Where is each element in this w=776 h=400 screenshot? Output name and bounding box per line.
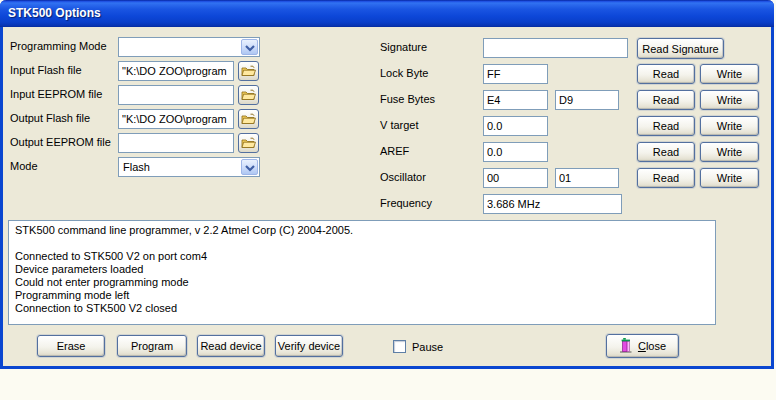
frequency-field[interactable] — [483, 194, 622, 214]
program-button[interactable]: Program — [117, 335, 187, 357]
status-log[interactable]: STK500 command line programmer, v 2.2 At… — [8, 220, 716, 325]
v-target-label: V target — [380, 119, 419, 131]
erase-button[interactable]: Erase — [37, 335, 105, 357]
lock-byte-label: Lock Byte — [380, 67, 428, 79]
v-target-read-button[interactable]: Read — [637, 116, 695, 136]
output-eeprom-browse-button[interactable] — [238, 133, 259, 153]
fuse-bytes-label: Fuse Bytes — [380, 93, 435, 105]
fuse-bytes-write-button[interactable]: Write — [700, 90, 759, 110]
dialog-client-area: Programming Mode Input Flash file Input … — [3, 27, 771, 366]
output-eeprom-file-field[interactable] — [118, 133, 234, 153]
input-eeprom-file-field[interactable] — [118, 85, 234, 105]
window-title: STK500 Options — [8, 6, 101, 20]
close-button-label: Close — [638, 340, 666, 352]
pause-label: Pause — [412, 341, 443, 353]
oscillator-field-1[interactable] — [483, 168, 548, 188]
fuse-byte-high-field[interactable] — [555, 90, 619, 110]
fuse-bytes-read-button[interactable]: Read — [637, 90, 695, 110]
open-folder-icon — [241, 137, 256, 149]
aref-label: AREF — [380, 145, 409, 157]
open-folder-icon — [241, 113, 256, 125]
mode-label: Mode — [10, 160, 38, 172]
read-device-button[interactable]: Read device — [197, 335, 265, 357]
input-flash-browse-button[interactable] — [238, 61, 259, 81]
lock-byte-field[interactable] — [483, 64, 548, 84]
mode-value: Flash — [123, 161, 150, 173]
aref-read-button[interactable]: Read — [637, 142, 695, 162]
open-folder-icon — [241, 65, 256, 77]
open-folder-icon — [241, 89, 256, 101]
lock-byte-read-button[interactable]: Read — [637, 64, 695, 84]
v-target-field[interactable] — [483, 116, 548, 136]
output-flash-file-field[interactable] — [118, 109, 234, 129]
verify-device-button[interactable]: Verify device — [275, 335, 343, 357]
lock-byte-write-button[interactable]: Write — [700, 64, 759, 84]
input-eeprom-file-label: Input EEPROM file — [10, 88, 102, 100]
programming-mode-label: Programming Mode — [10, 40, 107, 52]
programming-mode-dropdown[interactable] — [118, 37, 260, 57]
close-button[interactable]: Close — [606, 334, 679, 358]
fuse-byte-low-field[interactable] — [483, 90, 548, 110]
oscillator-field-2[interactable] — [555, 168, 619, 188]
input-flash-file-label: Input Flash file — [10, 64, 82, 76]
signature-label: Signature — [380, 41, 427, 53]
aref-write-button[interactable]: Write — [700, 142, 759, 162]
stk500-options-dialog: STK500 Options Programming Mode Input Fl… — [0, 0, 774, 369]
output-flash-browse-button[interactable] — [238, 109, 259, 129]
chevron-down-icon[interactable] — [241, 39, 258, 55]
input-eeprom-browse-button[interactable] — [238, 85, 259, 105]
oscillator-label: Oscillator — [380, 171, 426, 183]
pause-checkbox[interactable] — [393, 340, 406, 353]
frequency-label: Frequency — [380, 197, 432, 209]
title-bar[interactable]: STK500 Options — [0, 0, 774, 27]
signature-field[interactable] — [483, 38, 628, 58]
oscillator-read-button[interactable]: Read — [637, 168, 695, 188]
input-flash-file-field[interactable] — [118, 61, 234, 81]
output-flash-file-label: Output Flash file — [10, 112, 90, 124]
mode-dropdown[interactable]: Flash — [118, 157, 260, 177]
output-eeprom-file-label: Output EEPROM file — [10, 136, 111, 148]
aref-field[interactable] — [483, 142, 548, 162]
v-target-write-button[interactable]: Write — [700, 116, 759, 136]
oscillator-write-button[interactable]: Write — [700, 168, 759, 188]
exit-door-icon — [619, 338, 633, 354]
read-signature-button[interactable]: Read Signature — [637, 38, 724, 59]
chevron-down-icon[interactable] — [241, 159, 258, 175]
